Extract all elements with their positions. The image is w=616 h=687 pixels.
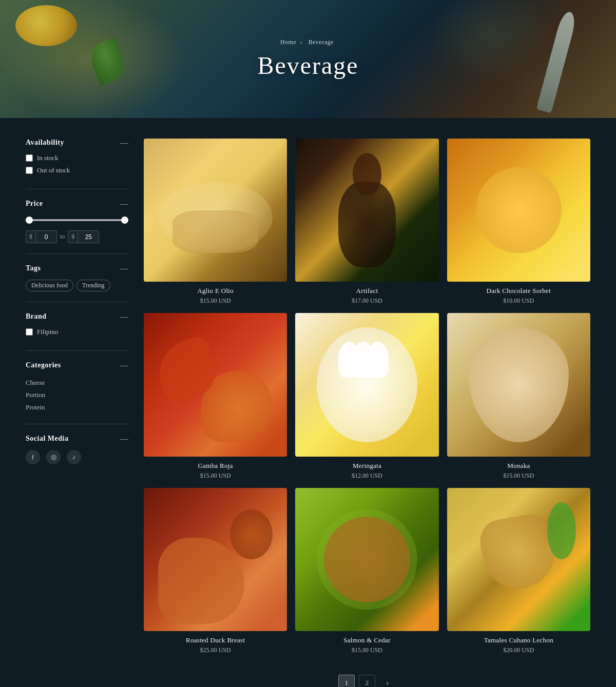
filter-price-toggle[interactable]: —	[120, 200, 128, 208]
price-min-input-wrap: $	[26, 230, 57, 243]
filter-tags: Tags — Delicious food Trending	[26, 264, 128, 302]
price-range-slider[interactable]	[26, 215, 128, 225]
product-grid: Aglio E Olio $15.00 USD Artifact $17.00 …	[144, 139, 590, 654]
product-name-meringata: Meringata	[295, 462, 438, 470]
product-card-gamba[interactable]: Gamba Roja $15.00 USD	[144, 313, 287, 479]
page-1-button[interactable]: 1	[338, 675, 355, 687]
product-card-meringata[interactable]: Meringata $12.00 USD	[295, 313, 438, 479]
tiktok-icon[interactable]: ♪	[67, 450, 81, 464]
filter-social-media: Social Media — f ◎ ♪	[26, 435, 128, 475]
product-price-salmon: $15.00 USD	[295, 646, 438, 654]
product-img-wrap	[144, 139, 287, 282]
availability-in-stock[interactable]: In stock	[26, 154, 128, 162]
filter-categories-title: Categories	[26, 361, 61, 369]
product-img-wrap-6	[447, 313, 590, 456]
product-image-aglio	[144, 139, 287, 282]
product-price-meringata: $12.00 USD	[295, 472, 438, 480]
product-name-gamba: Gamba Roja	[144, 462, 287, 470]
filter-tags-toggle[interactable]: —	[120, 264, 128, 272]
product-name-artifact: Artifact	[295, 287, 438, 295]
price-max-input[interactable]	[78, 231, 99, 243]
product-image-sorbet	[447, 139, 590, 282]
product-card-aglio[interactable]: Aglio E Olio $15.00 USD	[144, 139, 287, 305]
hero-leaf-decoration	[86, 37, 129, 86]
category-protein[interactable]: Protein	[26, 401, 128, 414]
product-image-artifact	[295, 139, 438, 282]
product-image-duck	[144, 488, 287, 631]
product-image-meringata	[295, 313, 438, 456]
hero-decoration	[15, 5, 77, 46]
tag-list: Delicious food Trending	[26, 280, 128, 291]
filter-availability-header: Availability —	[26, 139, 128, 147]
product-img-wrap-9	[447, 488, 590, 631]
filter-availability-toggle[interactable]: —	[120, 139, 128, 147]
availability-out-of-stock-checkbox[interactable]	[26, 167, 33, 174]
product-name-salmon: Salmon & Cedar	[295, 636, 438, 644]
category-cheese[interactable]: Cheese	[26, 377, 128, 389]
price-max-input-wrap: $	[68, 230, 99, 243]
tag-trending[interactable]: Trending	[76, 280, 110, 291]
filter-social-toggle[interactable]: —	[120, 435, 128, 443]
filter-categories-toggle[interactable]: —	[120, 361, 128, 369]
hero-section: Home › Beverage Beverage	[0, 0, 616, 118]
product-grid-area: Aglio E Olio $15.00 USD Artifact $17.00 …	[144, 139, 590, 687]
filter-tags-title: Tags	[26, 264, 41, 272]
breadcrumb-separator: ›	[300, 38, 303, 46]
pagination: 1 2 ›	[144, 675, 590, 687]
filter-brand-header: Brand —	[26, 312, 128, 321]
page-next-button[interactable]: ›	[379, 675, 396, 687]
product-image-gamba	[144, 313, 287, 456]
filter-brand: Brand — Filipino	[26, 312, 128, 351]
price-min-symbol: $	[26, 231, 36, 243]
breadcrumb-home[interactable]: Home	[280, 38, 296, 46]
filter-categories: Categories — Cheese Portion Protein	[26, 361, 128, 424]
instagram-icon[interactable]: ◎	[46, 450, 61, 464]
filter-social-header: Social Media —	[26, 435, 128, 443]
tag-delicious-food[interactable]: Delicious food	[26, 280, 73, 291]
availability-in-stock-checkbox[interactable]	[26, 154, 33, 162]
product-card-sorbet[interactable]: Dark Chocolate Sorbet $10.00 USD	[447, 139, 590, 305]
price-to-label: to	[60, 233, 65, 241]
filter-social-title: Social Media	[26, 435, 68, 443]
page-2-button[interactable]: 2	[359, 675, 375, 687]
product-card-artifact[interactable]: Artifact $17.00 USD	[295, 139, 438, 305]
category-portion[interactable]: Portion	[26, 389, 128, 401]
product-image-monaka	[447, 313, 590, 456]
product-name-tamales: Tamales Cubano Lechon	[447, 636, 590, 644]
availability-in-stock-label: In stock	[37, 154, 59, 162]
price-min-input[interactable]	[36, 231, 56, 243]
brand-filipino[interactable]: Filipino	[26, 328, 128, 336]
page-title: Beverage	[257, 51, 358, 80]
brand-filipino-checkbox[interactable]	[26, 328, 33, 336]
filter-brand-toggle[interactable]: —	[120, 312, 128, 321]
breadcrumb: Home › Beverage	[280, 38, 336, 46]
product-img-wrap-3	[447, 139, 590, 282]
sidebar: Availability — In stock Out of stock Pri…	[26, 139, 128, 687]
product-card-duck[interactable]: Roasted Duck Breast $25.00 USD	[144, 488, 287, 654]
product-name-sorbet: Dark Chocolate Sorbet	[447, 287, 590, 295]
product-img-wrap-5	[295, 313, 438, 456]
price-thumb-min[interactable]	[26, 217, 33, 224]
filter-tags-header: Tags —	[26, 264, 128, 272]
hero-spoon-decoration	[536, 10, 578, 113]
social-icon-list: f ◎ ♪	[26, 450, 128, 464]
product-name-monaka: Monaka	[447, 462, 590, 470]
product-name-duck: Roasted Duck Breast	[144, 636, 287, 644]
availability-out-of-stock-label: Out of stock	[37, 166, 70, 174]
availability-out-of-stock[interactable]: Out of stock	[26, 166, 128, 174]
price-thumb-max[interactable]	[121, 217, 128, 224]
facebook-icon[interactable]: f	[26, 450, 40, 464]
price-max-symbol: $	[68, 231, 78, 243]
price-inputs: $ to $	[26, 230, 128, 243]
product-card-tamales[interactable]: Tamales Cubano Lechon $20.00 USD	[447, 488, 590, 654]
filter-brand-title: Brand	[26, 312, 47, 321]
product-price-sorbet: $10.00 USD	[447, 297, 590, 305]
product-price-duck: $25.00 USD	[144, 646, 287, 654]
price-fill	[26, 220, 128, 221]
category-list: Cheese Portion Protein	[26, 377, 128, 414]
brand-filipino-label: Filipino	[37, 328, 58, 336]
main-content: Availability — In stock Out of stock Pri…	[0, 118, 616, 687]
product-card-monaka[interactable]: Monaka $15.00 USD	[447, 313, 590, 479]
product-card-salmon[interactable]: Salmon & Cedar $15.00 USD	[295, 488, 438, 654]
filter-price: Price — $ to $	[26, 200, 128, 254]
